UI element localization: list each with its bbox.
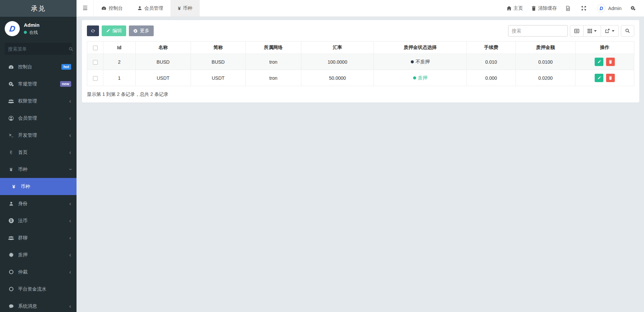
- sidebar-item-general[interactable]: 常规管理 new: [0, 75, 77, 92]
- gear-icon: [133, 29, 138, 33]
- sidebar-item-console[interactable]: 控制台 hot: [0, 58, 77, 75]
- tab-label: 币种: [183, 5, 192, 11]
- edit-row-button[interactable]: [595, 58, 603, 66]
- status-badge: 质押: [413, 75, 428, 81]
- chevron-down-icon: ‹: [67, 169, 73, 171]
- user-status: 在线: [24, 29, 40, 36]
- sidebar-item-label: 开发管理: [18, 132, 37, 138]
- sidebar-item-currency[interactable]: ¥ 币种 ‹: [0, 161, 77, 178]
- columns-grid-icon: [588, 29, 592, 33]
- chevron-left-icon: ‹: [69, 269, 71, 275]
- cell-network: tron: [246, 54, 301, 70]
- sidebar-item-pledge[interactable]: 质押 ‹: [0, 246, 77, 263]
- sidebar-item-dev[interactable]: >_ 开发管理 ‹: [0, 127, 77, 144]
- avatar[interactable]: D: [5, 21, 20, 36]
- terminal-icon: >_: [7, 133, 15, 138]
- fullscreen-button[interactable]: [581, 6, 588, 11]
- row-checkbox[interactable]: [93, 60, 98, 65]
- edit-row-button[interactable]: [595, 74, 603, 82]
- circle-outline-icon: [7, 287, 15, 291]
- list-view-icon: [574, 29, 579, 33]
- export-button[interactable]: [601, 25, 619, 37]
- select-all-checkbox[interactable]: [93, 46, 98, 50]
- cogs-icon: [7, 81, 15, 87]
- sidebar-item-fiat[interactable]: S 法币 ‹: [0, 212, 77, 229]
- edit-button-label: 编辑: [112, 28, 122, 34]
- columns-button[interactable]: [583, 25, 601, 37]
- table-header-row: Id 名称 简称 所属网络 汇率 质押金状态选择 手续费 质押金额 操作: [87, 42, 634, 54]
- chevron-left-icon: ‹: [69, 303, 71, 309]
- cell-name: BUSD: [136, 54, 191, 70]
- cell-deposit: 0.0200: [516, 70, 576, 86]
- file-sync-button[interactable]: [565, 6, 573, 11]
- cell-name: USDT: [136, 70, 191, 86]
- toolbar-right: [508, 25, 634, 37]
- main-content: 编辑 更多: [77, 17, 644, 312]
- sidebar-item-member[interactable]: 会员管理 ‹: [0, 110, 77, 127]
- chevron-left-icon: ‹: [69, 201, 71, 206]
- clear-cache-label: 清除缓存: [538, 5, 557, 11]
- chevron-left-icon: ‹: [69, 218, 71, 224]
- column-header-abbr: 简称: [191, 42, 246, 54]
- tab-label: 会员管理: [144, 5, 163, 11]
- dashboard-icon: [101, 6, 106, 10]
- nav-tabs: 控制台 会员管理 ¥ 币种: [94, 0, 200, 16]
- sidebar-search: [5, 43, 72, 55]
- tab-currency[interactable]: ¥ 币种: [170, 0, 200, 16]
- sidebar-item-system-message[interactable]: 系统消息 ‹: [0, 298, 77, 312]
- delete-row-button[interactable]: [606, 74, 615, 82]
- table-row[interactable]: 1 USDT USDT tron 50.0000 质押 0.000 0.0200: [87, 70, 634, 86]
- tab-console[interactable]: 控制台: [94, 0, 130, 16]
- refresh-button[interactable]: [87, 25, 99, 36]
- chevron-left-icon: ‹: [69, 149, 71, 155]
- export-icon: [605, 28, 610, 33]
- table-row[interactable]: 2 BUSD BUSD tron 100.0000 不质押 0.010 0.01…: [87, 54, 634, 70]
- settings-button[interactable]: [630, 6, 638, 11]
- sidebar-item-label: 权限管理: [18, 98, 37, 104]
- cell-deposit: 0.0100: [516, 54, 576, 70]
- sidebar-item-label: 平台资金流水: [18, 286, 46, 292]
- avatar: D: [597, 4, 605, 12]
- column-header-pledge-status: 质押金状态选择: [374, 42, 467, 54]
- sidebar-item-label: 控制台: [18, 64, 32, 70]
- chevron-left-icon: ‹: [69, 98, 71, 104]
- user-menu[interactable]: D Admin: [597, 4, 622, 12]
- tab-member[interactable]: 会员管理: [130, 0, 170, 16]
- table-search-input[interactable]: [508, 25, 568, 37]
- chevron-left-icon: ‹: [69, 132, 71, 138]
- user-icon: [138, 6, 142, 10]
- sidebar-item-identity[interactable]: 身份 ‹: [0, 195, 77, 212]
- more-button[interactable]: 更多: [129, 25, 154, 36]
- cell-actions: [576, 54, 634, 70]
- status-label: 质押: [418, 75, 428, 81]
- search-submit-button[interactable]: [621, 25, 634, 37]
- sidebar-item-groupchat[interactable]: 群聊 ‹: [0, 229, 77, 246]
- yen-icon: ¥: [9, 184, 18, 189]
- sidebar-item-home[interactable]: ✌ 首页 ‹: [0, 144, 77, 161]
- sidebar-item-label: 首页: [18, 149, 28, 155]
- sidebar-search-input[interactable]: [8, 46, 69, 52]
- content-panel: 编辑 更多: [82, 20, 639, 103]
- comment-icon: [7, 304, 15, 309]
- home-link[interactable]: 主页: [507, 5, 523, 11]
- caret-down-icon: [612, 30, 614, 32]
- delete-row-button[interactable]: [606, 58, 615, 66]
- more-button-label: 更多: [140, 28, 149, 34]
- status-badge: 不质押: [411, 59, 430, 65]
- clear-cache-link[interactable]: 清除缓存: [532, 5, 557, 11]
- sidebar-item-arbitration[interactable]: 仲裁 ‹: [0, 263, 77, 280]
- sidebar-item-auth[interactable]: 权限管理 ‹: [0, 92, 77, 110]
- new-badge: new: [60, 81, 71, 87]
- menu-toggle-button[interactable]: ☰: [77, 0, 94, 16]
- home-icon: [507, 6, 511, 10]
- edit-button[interactable]: 编辑: [102, 25, 126, 36]
- gears-icon: [630, 6, 636, 11]
- user-name: Admin: [24, 22, 40, 28]
- view-toggle-button[interactable]: [570, 25, 583, 37]
- caret-down-icon: [594, 30, 597, 32]
- cell-actions: [576, 70, 634, 86]
- sidebar-item-platform-flow[interactable]: 平台资金流水: [0, 280, 77, 298]
- sidebar-item-label: 法币: [18, 218, 28, 224]
- row-checkbox[interactable]: [93, 76, 98, 81]
- sidebar-subitem-currency[interactable]: ¥ 币种: [0, 178, 77, 195]
